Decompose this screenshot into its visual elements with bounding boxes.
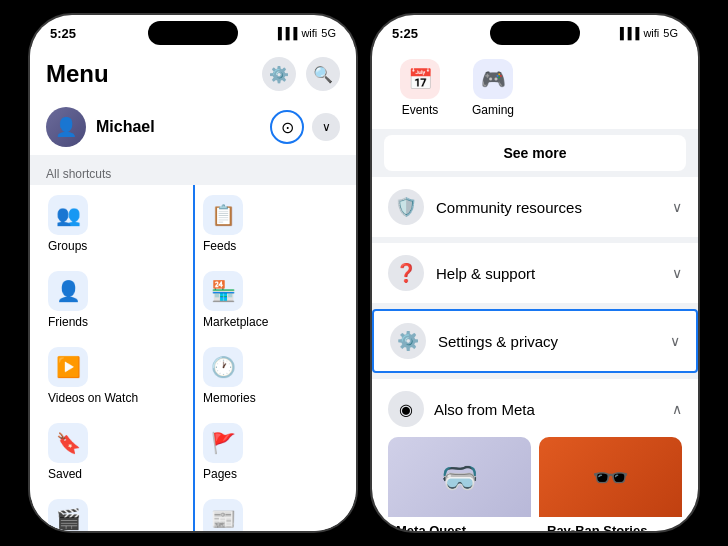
shortcut-groups[interactable]: 👥 Groups — [38, 185, 193, 261]
status-time-right: 5:25 — [392, 26, 418, 41]
rayban-body: Ray-Ban Stories Capture the moment, righ… — [539, 517, 682, 531]
shortcut-videos[interactable]: ▶️ Videos on Watch — [38, 337, 193, 413]
community-left: 🛡️ Community resources — [388, 189, 582, 225]
memories-icon: 🕐 — [203, 347, 243, 387]
also-from-meta-section: ◉ Also from Meta ∧ 🥽 Meta Quest Defy rea… — [372, 379, 698, 531]
community-label: Community resources — [436, 199, 582, 216]
shortcut-marketplace[interactable]: 🏪 Marketplace — [193, 261, 348, 337]
videos-icon: ▶️ — [48, 347, 88, 387]
gaming-top-label: Gaming — [472, 103, 514, 117]
right-screen: 📅 Events 🎮 Gaming See more 🛡️ Community … — [372, 47, 698, 531]
battery-icon: 5G — [321, 27, 336, 39]
shortcut-pages[interactable]: 🚩 Pages — [193, 413, 348, 489]
menu-icons: ⚙️ 🔍 — [262, 57, 340, 91]
help-support-row[interactable]: ❓ Help & support ∨ — [372, 243, 698, 303]
status-icons-left: ▐▐▐ wifi 5G — [274, 27, 336, 39]
settings-chevron: ∨ — [670, 333, 680, 349]
menu-header: Menu ⚙️ 🔍 — [30, 47, 356, 99]
shortcut-saved[interactable]: 🔖 Saved — [38, 413, 193, 489]
top-shortcuts: 📅 Events 🎮 Gaming — [372, 47, 698, 129]
also-meta-left: ◉ Also from Meta — [388, 391, 535, 427]
feeds-label: Feeds — [203, 239, 236, 253]
friends-label: Friends — [48, 315, 88, 329]
signal-icon: ▐▐▐ — [274, 27, 297, 39]
signal-icon-right: ▐▐▐ — [616, 27, 639, 39]
gaming-top-icon: 🎮 — [473, 59, 513, 99]
meta-quest-card[interactable]: 🥽 Meta Quest Defy reality and distance w… — [388, 437, 531, 531]
meta-cards: 🥽 Meta Quest Defy reality and distance w… — [388, 437, 682, 531]
wifi-icon-right: wifi — [643, 27, 659, 39]
saved-label: Saved — [48, 467, 82, 481]
left-screen: Menu ⚙️ 🔍 👤 Michael ⊙ ∨ All shortcuts — [30, 47, 356, 531]
profile-right: ⊙ ∨ — [270, 110, 340, 144]
pages-label: Pages — [203, 467, 237, 481]
marketplace-label: Marketplace — [203, 315, 268, 329]
gear-button[interactable]: ⚙️ — [262, 57, 296, 91]
quest-body: Meta Quest Defy reality and distance wit… — [388, 517, 531, 531]
help-chevron: ∨ — [672, 265, 682, 281]
left-phone: 5:25 ▐▐▐ wifi 5G Menu ⚙️ 🔍 👤 Michael ⊙ ∨ — [28, 13, 358, 533]
right-phone: 5:25 ▐▐▐ wifi 5G 📅 Events 🎮 Gaming See m… — [370, 13, 700, 533]
videos-label: Videos on Watch — [48, 391, 138, 405]
divider-line — [193, 185, 195, 531]
wifi-icon: wifi — [301, 27, 317, 39]
settings-label: Settings & privacy — [438, 333, 558, 350]
profile-chevron[interactable]: ∨ — [312, 113, 340, 141]
ring-icon[interactable]: ⊙ — [270, 110, 304, 144]
also-meta-label: Also from Meta — [434, 401, 535, 418]
rayban-image: 🕶️ — [539, 437, 682, 517]
settings-privacy-row[interactable]: ⚙️ Settings & privacy ∨ — [372, 309, 698, 373]
rayban-card[interactable]: 🕶️ Ray-Ban Stories Capture the moment, r… — [539, 437, 682, 531]
also-meta-header[interactable]: ◉ Also from Meta ∧ — [388, 391, 682, 427]
shortcut-feeds[interactable]: 📋 Feeds — [193, 185, 348, 261]
news-icon: 📰 — [203, 499, 243, 531]
shortcut-reels[interactable]: 🎬 Reels — [38, 489, 193, 531]
shortcut-memories[interactable]: 🕐 Memories — [193, 337, 348, 413]
rayban-title: Ray-Ban Stories — [547, 523, 674, 531]
meta-icon: ◉ — [388, 391, 424, 427]
reels-icon: 🎬 — [48, 499, 88, 531]
help-label: Help & support — [436, 265, 535, 282]
settings-left: ⚙️ Settings & privacy — [390, 323, 558, 359]
avatar: 👤 — [46, 107, 86, 147]
feeds-icon: 📋 — [203, 195, 243, 235]
help-icon: ❓ — [388, 255, 424, 291]
events-top-label: Events — [402, 103, 439, 117]
status-icons-right: ▐▐▐ wifi 5G — [616, 27, 678, 39]
quest-image: 🥽 — [388, 437, 531, 517]
profile-left: 👤 Michael — [46, 107, 155, 147]
profile-row[interactable]: 👤 Michael ⊙ ∨ — [30, 99, 356, 155]
memories-label: Memories — [203, 391, 256, 405]
shortcut-friends[interactable]: 👤 Friends — [38, 261, 193, 337]
marketplace-icon: 🏪 — [203, 271, 243, 311]
pages-icon: 🚩 — [203, 423, 243, 463]
saved-icon: 🔖 — [48, 423, 88, 463]
top-gaming[interactable]: 🎮 Gaming — [456, 55, 530, 121]
profile-name: Michael — [96, 118, 155, 136]
battery-icon-right: 5G — [663, 27, 678, 39]
quest-title: Meta Quest — [396, 523, 523, 531]
community-resources-row[interactable]: 🛡️ Community resources ∨ — [372, 177, 698, 237]
shortcut-news[interactable]: 📰 News — [193, 489, 348, 531]
search-button[interactable]: 🔍 — [306, 57, 340, 91]
menu-title: Menu — [46, 60, 109, 88]
community-chevron: ∨ — [672, 199, 682, 215]
dynamic-island-right — [490, 21, 580, 45]
settings-icon: ⚙️ — [390, 323, 426, 359]
groups-label: Groups — [48, 239, 87, 253]
status-time-left: 5:25 — [50, 26, 76, 41]
community-icon: 🛡️ — [388, 189, 424, 225]
events-top-icon: 📅 — [400, 59, 440, 99]
dynamic-island-left — [148, 21, 238, 45]
top-events[interactable]: 📅 Events — [384, 55, 456, 121]
see-more-button[interactable]: See more — [384, 135, 686, 171]
help-left: ❓ Help & support — [388, 255, 535, 291]
shortcuts-label: All shortcuts — [30, 161, 356, 185]
shortcuts-grid: 👥 Groups 📋 Feeds 👤 Friends 🏪 Marketplace… — [30, 185, 356, 531]
groups-icon: 👥 — [48, 195, 88, 235]
friends-icon: 👤 — [48, 271, 88, 311]
also-meta-chevron: ∧ — [672, 401, 682, 417]
